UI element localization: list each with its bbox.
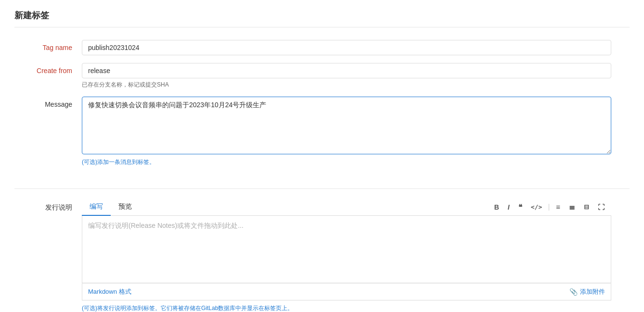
tab-write[interactable]: 编写 xyxy=(82,199,111,216)
message-textarea[interactable]: 修复快速切换会议音频串的问题于2023年10月24号升级生产 xyxy=(82,97,611,154)
tag-name-input[interactable] xyxy=(82,40,611,55)
attach-icon: 📎 xyxy=(569,288,578,296)
ordered-list-icon[interactable]: ≣ xyxy=(567,202,577,212)
tabs-left: 编写 预览 xyxy=(82,199,140,215)
quote-icon[interactable]: ❝ xyxy=(516,202,524,212)
code-icon[interactable]: </> xyxy=(529,202,544,212)
create-from-row: Create from 已存在分支名称，标记或提交SHA xyxy=(14,63,630,89)
create-from-hint: 已存在分支名称，标记或提交SHA xyxy=(82,81,611,89)
message-input-wrapper: 修复快速切换会议音频串的问题于2023年10月24号升级生产 (可选)添加一条消… xyxy=(82,97,611,166)
editor-footer: Markdown 格式 📎 添加附件 xyxy=(82,283,611,300)
toolbar-separator-1 xyxy=(549,204,549,211)
unordered-list-icon[interactable]: ≡ xyxy=(554,202,562,212)
editor-toolbar: B I ❝ </> ≡ ≣ ⊟ ⛶ xyxy=(492,202,611,212)
message-row: Message 修复快速切换会议音频串的问题于2023年10月24号升级生产 (… xyxy=(14,97,630,166)
tag-name-input-wrapper xyxy=(82,40,611,55)
editor-tabs-row: 编写 预览 B I ❝ </> ≡ ≣ ⊟ ⛶ xyxy=(82,199,611,216)
italic-icon[interactable]: I xyxy=(506,202,512,212)
editor-placeholder: 编写发行说明(Release Notes)或将文件拖动到此处... xyxy=(88,222,244,229)
tag-name-label: Tag name xyxy=(14,40,82,51)
markdown-format-link[interactable]: Markdown 格式 xyxy=(88,287,131,296)
message-label: Message xyxy=(14,97,82,108)
bold-icon[interactable]: B xyxy=(492,202,501,212)
release-notes-section: 发行说明 编写 预览 B I ❝ </> ≡ ≣ ⊟ ⛶ xyxy=(14,199,630,312)
create-from-input[interactable] xyxy=(82,63,611,78)
editor-content-area[interactable]: 编写发行说明(Release Notes)或将文件拖动到此处... xyxy=(82,216,611,283)
link-icon[interactable]: ⊟ xyxy=(582,202,591,212)
attach-label: 添加附件 xyxy=(580,287,605,296)
fullscreen-icon[interactable]: ⛶ xyxy=(596,202,606,212)
page-title: 新建标签 xyxy=(14,10,630,27)
optional-note: (可选)将发行说明添加到标签。它们将被存储在GitLab数据库中并显示在标签页上… xyxy=(82,304,611,312)
release-editor-wrapper: 编写 预览 B I ❝ </> ≡ ≣ ⊟ ⛶ 编写发行说明(Release N… xyxy=(82,199,611,312)
create-from-input-wrapper: 已存在分支名称，标记或提交SHA xyxy=(82,63,611,89)
message-hint: (可选)添加一条消息到标签。 xyxy=(82,158,611,166)
tag-name-row: Tag name xyxy=(14,40,630,55)
page-container: 新建标签 Tag name Create from 已存在分支名称，标记或提交S… xyxy=(0,0,644,312)
tab-preview[interactable]: 预览 xyxy=(111,199,140,216)
release-notes-label: 发行说明 xyxy=(14,199,82,212)
create-from-label: Create from xyxy=(14,63,82,75)
attach-file-button[interactable]: 📎 添加附件 xyxy=(569,287,605,296)
form-section: Tag name Create from 已存在分支名称，标记或提交SHA Me… xyxy=(14,35,630,179)
section-divider xyxy=(14,188,630,189)
